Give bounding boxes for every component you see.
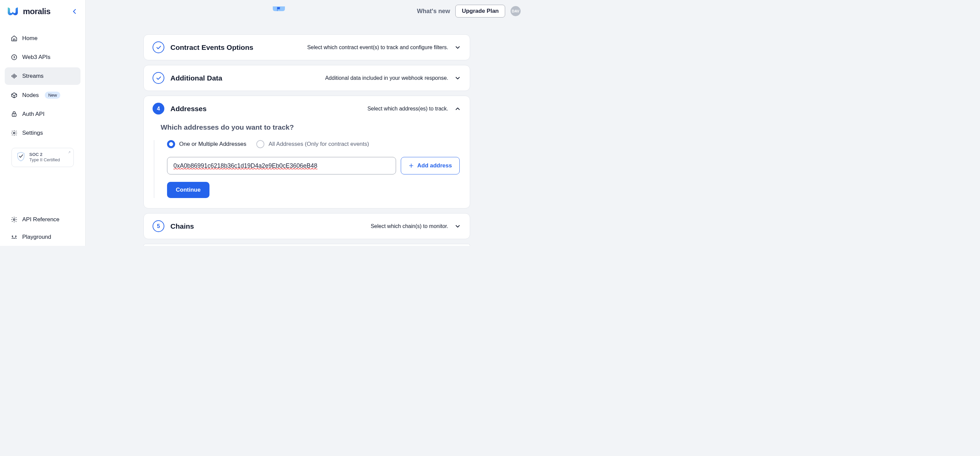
- chevron-left-icon: [72, 9, 76, 14]
- flag-chip[interactable]: [273, 6, 285, 11]
- sidebar-item-label: API Reference: [22, 216, 60, 223]
- new-badge: New: [45, 92, 60, 99]
- svg-point-7: [16, 236, 16, 237]
- sidebar-item-nodes[interactable]: Nodes New: [5, 86, 81, 104]
- card-header[interactable]: 5 Chains Select which chain(s) to monito…: [144, 213, 470, 239]
- chevron-down-icon: [454, 223, 461, 230]
- logo-row: moralis: [0, 6, 85, 25]
- add-address-label: Add address: [417, 162, 452, 169]
- card-additional-data: Additional Data Additional data included…: [143, 65, 470, 91]
- card-header[interactable]: Contract Events Options Select which con…: [144, 35, 470, 60]
- api-reference-icon: [11, 216, 18, 223]
- continue-button[interactable]: Continue: [167, 182, 210, 198]
- sidebar-item-label: Settings: [22, 130, 43, 137]
- sidebar-item-home[interactable]: Home: [5, 30, 81, 47]
- upgrade-plan-button[interactable]: Upgrade Plan: [455, 5, 505, 17]
- chevron-up-icon: [454, 105, 461, 112]
- step-number: 4: [153, 103, 164, 114]
- svg-text:3: 3: [13, 56, 15, 59]
- card-title: Addresses: [170, 105, 207, 113]
- streams-icon: [11, 73, 18, 79]
- topbar: What's new Upgrade Plan DAV: [86, 0, 528, 21]
- sidebar-item-auth-api[interactable]: A Auth API: [5, 105, 81, 123]
- lock-icon: A: [11, 111, 18, 118]
- radio-one-or-multiple[interactable]: [167, 140, 175, 148]
- step-number: 5: [153, 220, 164, 232]
- external-link-icon: [67, 151, 71, 157]
- chevron-down-icon: [454, 44, 461, 51]
- card-addresses: 4 Addresses Select which address(es) to …: [143, 95, 470, 208]
- radio-label: All Addresses (Only for contract events): [269, 141, 369, 148]
- sidebar-item-streams[interactable]: Streams: [5, 67, 81, 85]
- whats-new-link[interactable]: What's new: [417, 8, 450, 15]
- card-title: Additional Data: [170, 74, 222, 82]
- step-done-icon: [153, 72, 164, 84]
- step-done-icon: [153, 41, 164, 53]
- web3-apis-icon: 3: [11, 54, 18, 60]
- sidebar-item-label: Playground: [22, 234, 51, 240]
- logo-text: moralis: [23, 7, 51, 16]
- radio-label: One or Multiple Addresses: [179, 141, 246, 148]
- svg-point-6: [12, 236, 13, 237]
- sidebar-collapse-button[interactable]: [70, 7, 79, 16]
- card-body: Which addresses do you want to track? On…: [144, 123, 470, 208]
- flag-icon: [276, 6, 282, 12]
- addresses-prompt: Which addresses do you want to track?: [161, 123, 460, 131]
- home-icon: [11, 35, 18, 42]
- plus-icon: [409, 163, 414, 168]
- logo[interactable]: moralis: [6, 6, 51, 17]
- chevron-down-icon: [454, 75, 461, 81]
- radio-row: One or Multiple Addresses All Addresses …: [167, 140, 460, 148]
- card-header[interactable]: Additional Data Additional data included…: [144, 65, 470, 91]
- card-title: Contract Events Options: [170, 43, 253, 51]
- card-hint: Additional data included in your webhook…: [325, 75, 448, 81]
- add-address-button[interactable]: Add address: [401, 157, 460, 175]
- sidebar-item-label: Nodes: [22, 92, 39, 99]
- card-header[interactable]: 4 Addresses Select which address(es) to …: [144, 96, 470, 121]
- soc2-cert-card[interactable]: SOC 2 Type II Certified: [11, 148, 74, 167]
- radio-all-addresses[interactable]: [256, 140, 264, 148]
- sidebar-item-label: Auth API: [22, 111, 45, 118]
- nodes-icon: [11, 92, 18, 99]
- sidebar-item-playground[interactable]: Playground: [5, 228, 81, 246]
- shield-check-icon: [16, 151, 25, 163]
- cert-text: SOC 2 Type II Certified: [29, 152, 60, 163]
- sidebar-item-web3-apis[interactable]: 3 Web3 APIs: [5, 49, 81, 66]
- main: What's new Upgrade Plan DAV Contract Eve…: [86, 0, 528, 246]
- sidebar-item-label: Home: [22, 35, 37, 42]
- svg-point-4: [13, 132, 15, 134]
- card-next-peek: [143, 244, 470, 246]
- logo-mark-icon: [6, 6, 19, 17]
- sidebar-item-label: Streams: [22, 73, 43, 79]
- card-chains: 5 Chains Select which chain(s) to monito…: [143, 213, 470, 239]
- content-scroll[interactable]: Contract Events Options Select which con…: [86, 21, 528, 246]
- address-input[interactable]: [167, 157, 396, 175]
- svg-point-5: [13, 219, 15, 221]
- card-title: Chains: [170, 222, 194, 230]
- check-icon: [156, 44, 162, 51]
- addresses-inner: One or Multiple Addresses All Addresses …: [154, 140, 460, 198]
- card-contract-events: Contract Events Options Select which con…: [143, 34, 470, 60]
- sidebar-item-label: Web3 APIs: [22, 54, 51, 60]
- card-hint: Select which address(es) to track.: [368, 106, 448, 112]
- sidebar-item-settings[interactable]: Settings: [5, 124, 81, 142]
- cert-line2: Type II Certified: [29, 157, 60, 163]
- playground-icon: [11, 234, 18, 240]
- address-input-row: Add address: [167, 157, 460, 175]
- sidebar-nav: Home 3 Web3 APIs Streams Nodes New A Aut: [0, 25, 85, 142]
- sidebar-item-api-reference[interactable]: API Reference: [5, 211, 81, 228]
- gear-icon: [11, 130, 18, 137]
- cert-line1: SOC 2: [29, 152, 60, 157]
- sidebar: moralis Home 3 Web3 APIs Streams: [0, 0, 86, 246]
- card-hint: Select which chain(s) to monitor.: [371, 223, 448, 229]
- sidebar-bottom-nav: API Reference Playground: [0, 211, 85, 246]
- avatar[interactable]: DAV: [511, 6, 521, 16]
- svg-text:A: A: [13, 114, 15, 116]
- card-hint: Select which contract event(s) to track …: [307, 44, 448, 51]
- check-icon: [156, 75, 162, 81]
